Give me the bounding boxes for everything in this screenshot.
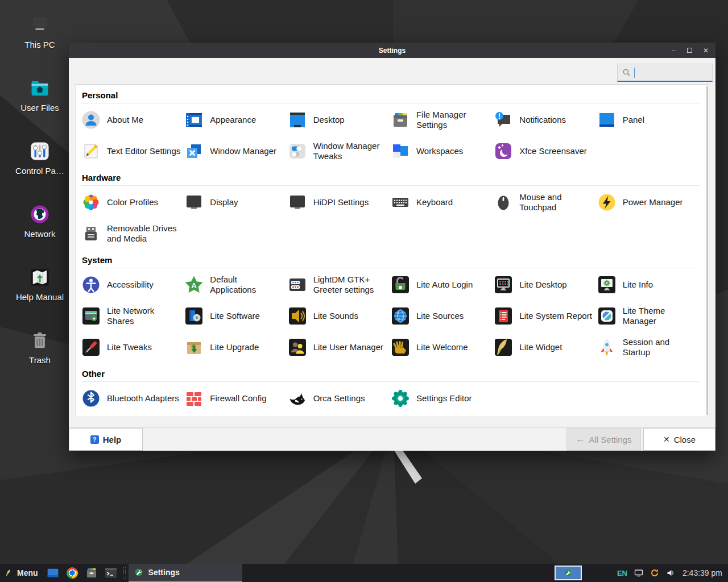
settings-item-desktop[interactable]: Desktop [287,109,390,131]
menu-button[interactable]: Menu [0,564,43,582]
settings-item-label: Xfce Screensaver [519,146,586,156]
settings-item-label: Lite Network Shares [107,306,181,327]
settings-item-label: Window Manager Tweaks [313,141,388,162]
update-manager-icon[interactable] [650,568,660,578]
settings-item-theme-manager[interactable]: Lite Theme Manager [597,305,700,327]
settings-item-user-manager[interactable]: Lite User Manager [287,336,390,359]
settings-item-label: Lite Software [210,311,260,321]
removable-icon [81,223,101,244]
workspace-pager[interactable] [555,566,582,580]
settings-item-power[interactable]: Power Manager [597,191,700,214]
section-title-system: System [81,251,700,268]
settings-item-default-apps[interactable]: ADefault Applications [184,273,287,296]
about-me-icon [81,110,101,130]
settings-item-hidpi[interactable]: HiDPI Settings [287,191,390,214]
settings-item-welcome[interactable]: Lite Welcome [390,336,493,359]
settings-item-sources[interactable]: Lite Sources [390,305,493,327]
settings-item-lite-desktop[interactable]: Lite Desktop [493,273,596,296]
settings-item-session[interactable]: Session and Startup [597,336,700,359]
mouse-icon [493,192,514,213]
settings-item-firewall[interactable]: Firewall Config [184,387,287,410]
settings-item-display[interactable]: Display [184,191,287,214]
settings-item-keyboard[interactable]: Keyboard [390,191,493,214]
settings-item-file-manager[interactable]: File Manager Settings [390,109,493,131]
this-pc-icon [28,14,51,36]
settings-item-about-me[interactable]: About Me [81,109,184,131]
settings-item-wm-tweaks[interactable]: Window Manager Tweaks [287,140,390,163]
settings-item-orca[interactable]: Orca Settings [287,387,390,410]
window-titlebar[interactable]: Settings – ✕ [69,43,715,58]
desktop-icon-network[interactable]: Network [5,203,75,239]
settings-item-lite-info[interactable]: Lite Info [597,273,700,296]
settings-item-screensaver[interactable]: Xfce Screensaver [493,140,596,163]
settings-item-notifications[interactable]: Notifications [493,109,596,131]
clock[interactable]: 2:43:39 pm [682,568,722,577]
text-editor-icon [81,141,101,161]
hidpi-icon [287,192,308,213]
settings-item-settings-editor[interactable]: Settings Editor [390,387,493,410]
settings-wrench-icon [134,567,144,577]
settings-item-software[interactable]: Lite Software [184,305,287,327]
settings-item-label: Lite Upgrade [210,342,259,352]
control-panel-icon [28,140,51,163]
minimize-button[interactable]: – [669,47,677,54]
settings-item-upgrade[interactable]: Lite Upgrade [184,336,287,359]
search-box[interactable] [617,64,713,82]
settings-item-label: Bluetooth Adapters [107,393,179,404]
scrollbar[interactable] [706,86,708,415]
file-manager-icon[interactable] [85,566,98,580]
settings-item-sounds[interactable]: Lite Sounds [287,305,390,327]
display-tray-icon[interactable] [634,568,644,578]
appearance-icon [184,110,204,130]
desktop-icon-label: Control Pa… [5,166,75,176]
desktop-icon-label: Help Manual [5,292,75,302]
settings-item-label: Orca Settings [313,393,365,404]
task-button-label: Settings [148,568,180,577]
settings-item-network-shares[interactable]: Lite Network Shares [81,305,184,327]
settings-item-auto-login[interactable]: Lite Auto Login [390,273,493,296]
close-x-icon: ✕ [663,435,670,444]
settings-item-appearance[interactable]: Appearance [184,109,287,131]
settings-item-lightdm[interactable]: LightDM GTK+ Greeter settings [287,273,390,296]
settings-item-widget[interactable]: Lite Widget [493,336,596,359]
settings-item-window-manager[interactable]: Window Manager [184,140,287,163]
desktop-icon-user-files[interactable]: User Files [5,77,75,113]
all-settings-button[interactable]: ← All Settings [566,428,641,451]
close-button[interactable]: ✕ Close [643,428,715,451]
settings-item-panel[interactable]: Panel [597,109,700,131]
search-input[interactable] [635,64,712,81]
maximize-button[interactable] [687,48,692,53]
help-button[interactable]: ? Help [69,428,143,451]
task-button-settings[interactable]: Settings [129,564,242,582]
settings-item-accessibility[interactable]: Accessibility [81,273,184,296]
desktop-icon-help-manual[interactable]: Help Manual [5,266,75,302]
desktop-icon-trash[interactable]: Trash [5,329,75,365]
back-arrow-icon: ← [576,434,585,444]
settings-item-text-editor[interactable]: Text Editor Settings [81,140,184,163]
settings-item-color-profiles[interactable]: Color Profiles [81,191,184,214]
settings-item-tweaks[interactable]: Lite Tweaks [81,336,184,359]
network-icon [28,203,51,226]
system-report-icon [493,306,514,326]
settings-item-label: Color Profiles [107,197,158,207]
chrome-icon[interactable] [67,567,78,579]
settings-item-label: Accessibility [107,280,154,290]
settings-item-system-report[interactable]: Lite System Report [493,305,596,327]
settings-item-bluetooth[interactable]: Bluetooth Adapters [81,387,184,410]
keyboard-icon [390,192,411,213]
settings-item-mouse[interactable]: Mouse and Touchpad [493,191,596,214]
desktop-icon-this-pc[interactable]: This PC [5,14,75,49]
all-settings-label: All Settings [589,435,631,444]
show-desktop-icon[interactable] [46,566,60,580]
keyboard-layout-indicator[interactable]: EN [617,569,627,577]
help-button-label: Help [103,435,122,444]
settings-item-workspaces[interactable]: Workspaces [390,140,493,163]
desktop-icon-control-panel[interactable]: Control Pa… [5,140,75,176]
terminal-icon[interactable] [104,566,118,580]
close-window-button[interactable]: ✕ [702,47,710,54]
welcome-icon [390,337,411,357]
section-grid: AccessibilityADefault ApplicationsLightD… [81,268,700,364]
volume-icon[interactable] [665,568,676,578]
settings-item-label: File Manager Settings [416,110,491,131]
settings-item-removable[interactable]: Removable Drives and Media [81,222,184,245]
